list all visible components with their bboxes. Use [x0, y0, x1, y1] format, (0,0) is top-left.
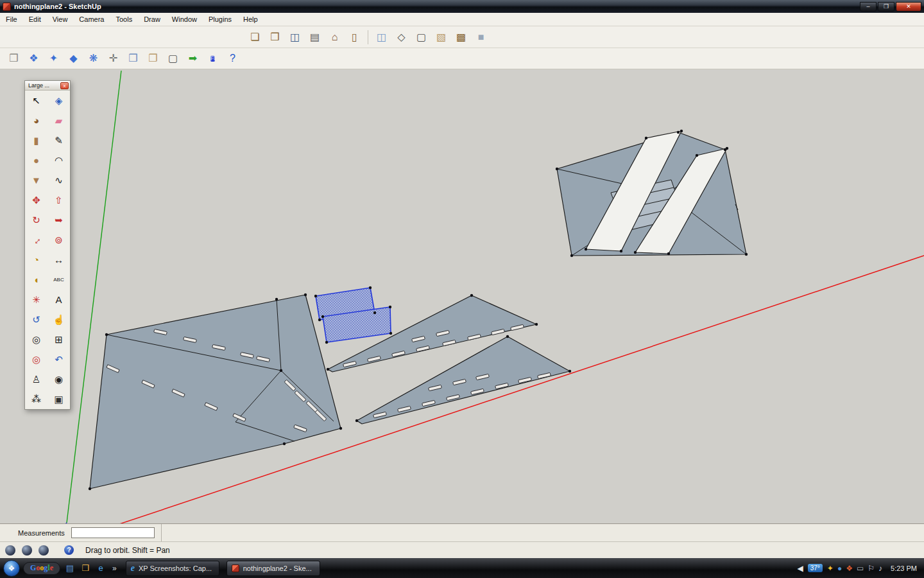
- folder-1-button[interactable]: ❒: [124, 50, 142, 67]
- help-icon[interactable]: ?: [64, 545, 74, 555]
- position-camera-tool[interactable]: ♙: [25, 369, 47, 389]
- tray-collapse-arrow[interactable]: ◀: [797, 564, 803, 573]
- pan-tool[interactable]: ☝: [47, 310, 70, 329]
- plugin-script-1-button[interactable]: ❖: [25, 50, 42, 67]
- wireframe-button[interactable]: ◇: [393, 28, 410, 46]
- xray-button[interactable]: ◫: [373, 28, 390, 46]
- claim-model-icon[interactable]: [38, 545, 49, 556]
- folded-assembly-group[interactable]: [557, 131, 746, 256]
- zoom-extents-tool[interactable]: ◎: [25, 349, 47, 369]
- model-viewport[interactable]: Large ... x ↖ ◈ ◕ ▰: [0, 69, 924, 523]
- geolocation-icon[interactable]: [5, 545, 15, 556]
- orbit-tool[interactable]: ↺: [25, 310, 47, 329]
- tool-icon: A: [55, 295, 62, 304]
- offset-tool[interactable]: ⊚: [47, 230, 70, 250]
- weather-icon[interactable]: ✦: [827, 564, 834, 573]
- rotate-tool[interactable]: ↻: [25, 210, 47, 230]
- plugin-script-2-button[interactable]: ✦: [45, 50, 62, 67]
- zoom-window-tool[interactable]: ⊞: [47, 329, 70, 349]
- text-tool[interactable]: ABC: [47, 270, 70, 290]
- palette-title-bar[interactable]: Large ... x: [25, 81, 70, 91]
- line-tool[interactable]: ✎: [47, 130, 70, 150]
- viewport-canvas[interactable]: [0, 69, 924, 523]
- task-button-sketchup[interactable]: nothingplane2 - Ske...: [227, 561, 320, 576]
- open-folder-button[interactable]: ❒: [5, 50, 22, 67]
- menu-item[interactable]: Help: [237, 13, 264, 25]
- flash-export-button[interactable]: Fl: [204, 50, 221, 67]
- arc-tool[interactable]: ◠: [47, 150, 70, 170]
- make-component-tool[interactable]: ◈: [47, 91, 70, 110]
- explorer-icon[interactable]: ❒: [79, 561, 92, 575]
- menu-item[interactable]: Window: [166, 13, 203, 25]
- minimize-button[interactable]: –: [860, 2, 877, 12]
- zoom-tool[interactable]: ◎: [25, 329, 47, 349]
- compass-tool-button[interactable]: ✛: [105, 50, 122, 67]
- save-model-button[interactable]: ◫: [286, 28, 304, 46]
- walk-tool[interactable]: ⁂: [25, 389, 47, 409]
- polygon-tool[interactable]: ▼: [25, 170, 47, 190]
- push-pull-tool[interactable]: ⇧: [47, 190, 70, 210]
- network-icon[interactable]: ⚐: [868, 564, 875, 573]
- rectangle-tool[interactable]: ▮: [25, 130, 47, 150]
- menu-item[interactable]: Camera: [73, 13, 110, 25]
- palette-close-button[interactable]: x: [60, 82, 69, 89]
- taskbar-clock[interactable]: 5:23 PM: [887, 565, 917, 572]
- maximize-button[interactable]: ❐: [878, 2, 894, 12]
- open-model-button[interactable]: ❒: [266, 28, 284, 46]
- hidden-line-button[interactable]: ▢: [413, 28, 430, 46]
- shaded-button[interactable]: ▧: [432, 28, 450, 46]
- tape-measure-tool[interactable]: ◔: [25, 250, 47, 270]
- follow-me-tool[interactable]: ➥: [47, 210, 70, 230]
- look-around-tool[interactable]: ◉: [47, 369, 70, 389]
- paint-bucket-tool[interactable]: ◕: [25, 110, 47, 130]
- messenger-icon[interactable]: ●: [837, 564, 842, 573]
- menu-item[interactable]: File: [0, 13, 23, 25]
- show-desktop-icon[interactable]: ▤: [64, 561, 76, 575]
- axes-tool[interactable]: ✳: [25, 290, 47, 310]
- credits-icon[interactable]: [22, 545, 32, 556]
- menu-item[interactable]: Plugins: [203, 13, 237, 25]
- select-tool[interactable]: ↖: [25, 91, 47, 110]
- section-plane-tool[interactable]: ▣: [47, 389, 70, 409]
- internet-explorer-icon[interactable]: e: [94, 561, 107, 575]
- google-search-box[interactable]: G o o g l e: [23, 562, 60, 575]
- shaded-textures-button[interactable]: ▩: [452, 28, 470, 46]
- menu-item[interactable]: Edit: [23, 13, 47, 25]
- model-info-button[interactable]: ▯: [346, 28, 363, 46]
- 3d-text-tool[interactable]: A: [47, 290, 70, 310]
- task-button-screenshots[interactable]: e XP Screenshots: Cap...: [126, 561, 219, 576]
- new-model-button[interactable]: ❏: [246, 28, 264, 46]
- move-tool[interactable]: ✥: [25, 190, 47, 210]
- scale-tool[interactable]: ↔: [25, 230, 47, 250]
- freehand-tool[interactable]: ∿: [47, 170, 70, 190]
- help-button[interactable]: ?: [224, 50, 241, 67]
- export-arrow-button[interactable]: ➡: [184, 50, 201, 67]
- measurements-input[interactable]: [71, 527, 155, 538]
- quick-launch-chevron[interactable]: »: [110, 564, 119, 573]
- start-button[interactable]: ❖: [3, 560, 20, 577]
- monochrome-button[interactable]: ■: [472, 28, 490, 46]
- plugin-script-4-button[interactable]: ❋: [85, 50, 102, 67]
- display-icon[interactable]: ▭: [857, 564, 864, 573]
- previous-view-tool[interactable]: ↶: [47, 349, 70, 369]
- selection-marquee-button[interactable]: ▢: [164, 50, 182, 67]
- close-button[interactable]: ✕: [896, 2, 921, 12]
- plugin-script-3-button[interactable]: ◆: [65, 50, 82, 67]
- circle-tool[interactable]: ●: [25, 150, 47, 170]
- menu-item[interactable]: Draw: [138, 13, 166, 25]
- temperature-badge[interactable]: 37°: [808, 564, 823, 572]
- print-button[interactable]: ▤: [306, 28, 323, 46]
- update-icon[interactable]: ❖: [846, 564, 853, 573]
- protractor-tool[interactable]: ◖: [25, 270, 47, 290]
- folder-2-button[interactable]: ❐: [144, 50, 162, 67]
- left-wing-group[interactable]: [90, 295, 341, 489]
- eraser-tool[interactable]: ▰: [47, 110, 70, 130]
- menu-item[interactable]: Tools: [110, 13, 138, 25]
- dimensions-tool[interactable]: ↔: [47, 250, 70, 270]
- selected-part-group[interactable]: [316, 288, 391, 342]
- title-bar: nothingplane2 - SketchUp – ❐ ✕: [0, 0, 924, 13]
- sketchup-app-icon[interactable]: [3, 3, 11, 11]
- house-template-button[interactable]: ⌂: [326, 28, 343, 46]
- volume-icon[interactable]: ♪: [878, 564, 882, 573]
- menu-item[interactable]: View: [47, 13, 74, 25]
